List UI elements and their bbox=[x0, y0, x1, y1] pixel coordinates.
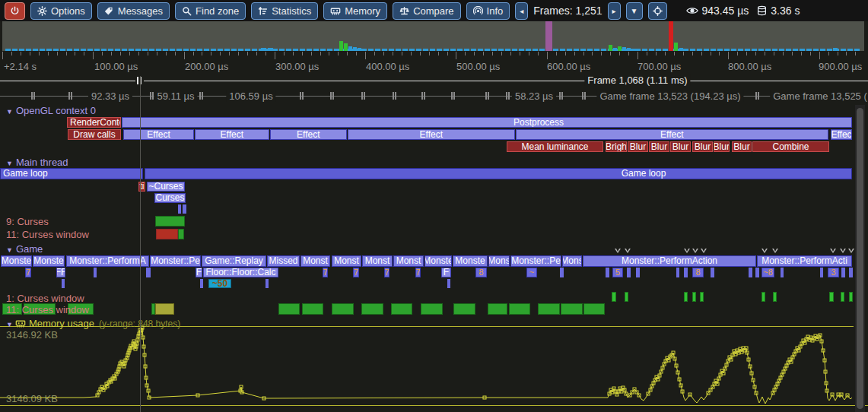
zone-bar[interactable] bbox=[755, 268, 759, 277]
zone-bar[interactable] bbox=[265, 279, 269, 288]
histogram-frame-bar[interactable] bbox=[358, 48, 361, 51]
zone-bar[interactable] bbox=[155, 303, 174, 315]
zone-bar[interactable]: Effec bbox=[831, 129, 852, 140]
zone-bar[interactable]: Combine bbox=[752, 141, 829, 152]
zone-bar[interactable]: Effect bbox=[123, 129, 194, 140]
histogram-frame-bar[interactable] bbox=[142, 49, 148, 51]
zone-bar[interactable]: Blur bbox=[649, 141, 669, 152]
zone-bar[interactable] bbox=[421, 303, 443, 315]
opengl-context-header[interactable]: ▼OpenGL context 0 bbox=[6, 105, 96, 116]
zone-bar[interactable]: Monster::PerformAction bbox=[583, 255, 756, 267]
memory-button[interactable]: Memory bbox=[323, 2, 387, 20]
histogram-frame-bar[interactable] bbox=[122, 49, 127, 51]
histogram-frame-bar[interactable] bbox=[690, 49, 695, 51]
zone-bar[interactable] bbox=[583, 303, 605, 315]
info-button[interactable]: Info bbox=[466, 2, 510, 20]
histogram-frame-bar[interactable] bbox=[320, 49, 326, 51]
histogram-frame-bar[interactable] bbox=[800, 49, 805, 51]
histogram-frame-bar[interactable] bbox=[711, 49, 716, 51]
zone-bar[interactable]: Blur bbox=[670, 141, 691, 152]
subframe-label[interactable]: 58.23 µs bbox=[512, 90, 556, 102]
histogram-frame-bar[interactable] bbox=[5, 49, 11, 51]
histogram-frame-bar[interactable] bbox=[261, 48, 266, 51]
histogram-frame-bar[interactable] bbox=[211, 49, 216, 51]
zone-bar[interactable] bbox=[156, 229, 178, 239]
histogram-frame-bar[interactable] bbox=[444, 49, 449, 51]
histogram-frame-bar[interactable] bbox=[129, 49, 134, 51]
histogram-frame-bar[interactable] bbox=[594, 49, 599, 51]
subframe-label[interactable]: 106.59 µs bbox=[226, 90, 275, 102]
histogram-frame-bar[interactable] bbox=[833, 48, 838, 51]
histogram-frame-bar[interactable] bbox=[545, 21, 552, 51]
zone-bar[interactable] bbox=[538, 303, 560, 315]
zone-bar[interactable]: ~Curses bbox=[147, 182, 185, 192]
histogram-frame-bar[interactable] bbox=[457, 49, 463, 51]
histogram-frame-bar[interactable] bbox=[765, 49, 771, 51]
zone-bar[interactable] bbox=[636, 268, 640, 277]
histogram-frame-bar[interactable] bbox=[539, 49, 545, 51]
histogram-frame-bar[interactable] bbox=[567, 49, 572, 51]
zone-bar[interactable]: Monst bbox=[362, 255, 393, 267]
caret-left-icon-button[interactable]: ◂ bbox=[515, 2, 528, 20]
zone-bar[interactable]: Floor::Floor::Calc bbox=[203, 268, 278, 277]
zone-bar[interactable] bbox=[146, 268, 151, 277]
frame-label[interactable]: Frame 1,068 (1.11 ms) bbox=[584, 74, 690, 86]
collapse-triangle-icon[interactable]: ▼ bbox=[6, 321, 13, 328]
histogram-frame-bar[interactable] bbox=[813, 49, 819, 51]
histogram-frame-bar[interactable] bbox=[87, 49, 93, 51]
histogram-frame-bar[interactable] bbox=[409, 49, 415, 51]
zone-bar[interactable]: Blur bbox=[714, 141, 730, 152]
zone-bar[interactable] bbox=[509, 303, 530, 315]
histogram-frame-bar[interactable] bbox=[806, 49, 812, 51]
histogram-frame-bar[interactable] bbox=[724, 49, 730, 51]
zone-bar[interactable] bbox=[453, 303, 475, 315]
zone-bar[interactable] bbox=[391, 303, 412, 315]
zone-bar[interactable] bbox=[773, 292, 777, 302]
histogram-frame-bar[interactable] bbox=[613, 48, 617, 51]
zone-bar[interactable]: RenderConte bbox=[67, 117, 121, 128]
histogram-frame-bar[interactable] bbox=[33, 49, 38, 51]
subframe-label[interactable]: Game frame 13,525 ( bbox=[770, 90, 868, 102]
histogram-frame-bar[interactable] bbox=[635, 49, 641, 51]
histogram-frame-bar[interactable] bbox=[793, 49, 798, 51]
histogram-frame-bar[interactable] bbox=[437, 49, 442, 51]
subframe-label[interactable]: 59.11 µs bbox=[154, 90, 197, 102]
histogram-frame-bar[interactable] bbox=[108, 49, 113, 51]
zone-bar[interactable]: ~8 bbox=[761, 268, 774, 277]
histogram-frame-bar[interactable] bbox=[731, 49, 736, 51]
histogram-frame-bar[interactable] bbox=[279, 49, 285, 51]
histogram-frame-bar[interactable] bbox=[847, 49, 853, 51]
zone-bar[interactable] bbox=[849, 268, 853, 277]
histogram-frame-bar[interactable] bbox=[553, 49, 558, 51]
zone-bar[interactable]: Monster::Pe bbox=[510, 255, 561, 267]
histogram-frame-bar[interactable] bbox=[170, 49, 175, 51]
zone-bar[interactable]: Monste bbox=[424, 255, 452, 267]
zone-bar[interactable]: Monst bbox=[393, 255, 424, 267]
find-zone-button[interactable]: Find zone bbox=[175, 2, 246, 20]
zone-bar[interactable]: Mons bbox=[488, 255, 510, 267]
histogram-frame-bar[interactable] bbox=[580, 49, 586, 51]
zone-bar[interactable] bbox=[625, 292, 628, 302]
zone-bar[interactable]: 7 bbox=[25, 268, 31, 277]
histogram-frame-bar[interactable] bbox=[841, 49, 846, 51]
histogram-frame-bar[interactable] bbox=[224, 49, 230, 51]
histogram-frame-bar[interactable] bbox=[272, 49, 278, 51]
histogram-frame-bar[interactable] bbox=[307, 49, 312, 51]
histogram-frame-bar[interactable] bbox=[827, 49, 832, 51]
zone-bar[interactable] bbox=[684, 292, 688, 302]
zone-bar[interactable]: Monste bbox=[33, 255, 65, 267]
zone-bar[interactable]: Mean luminance bbox=[507, 141, 603, 152]
zone-bar[interactable]: 7 bbox=[384, 268, 389, 277]
histogram-frame-bar[interactable] bbox=[94, 49, 100, 51]
histogram-frame-bar[interactable] bbox=[252, 49, 257, 51]
histogram-frame-bar[interactable] bbox=[683, 49, 688, 51]
histogram-frame-bar[interactable] bbox=[854, 49, 860, 51]
zone-bar[interactable]: Blur bbox=[692, 141, 713, 152]
histogram-frame-bar[interactable] bbox=[156, 49, 161, 51]
histogram-frame-bar[interactable] bbox=[512, 49, 517, 51]
frame-line[interactable] bbox=[0, 81, 868, 81]
zone-bar[interactable]: Brigh bbox=[606, 141, 627, 152]
zone-bar[interactable] bbox=[62, 279, 65, 288]
zone-bar[interactable] bbox=[155, 216, 185, 227]
zone-bar[interactable] bbox=[178, 204, 181, 214]
